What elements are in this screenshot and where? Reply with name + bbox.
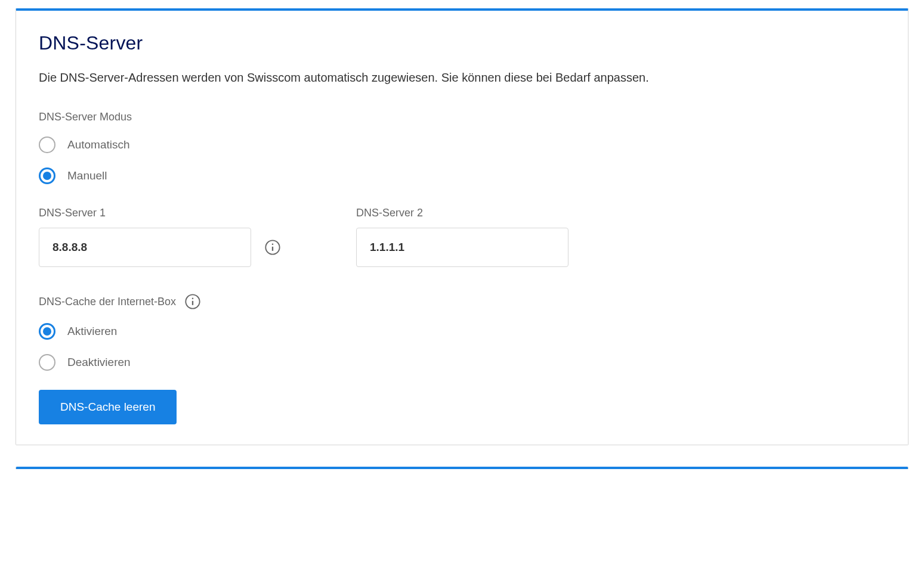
dns-mode-manual-option[interactable]: Manuell bbox=[39, 167, 885, 184]
dns-server-1-group: DNS-Server 1 bbox=[39, 207, 281, 267]
card-description: Die DNS-Server-Adressen werden von Swiss… bbox=[39, 71, 885, 85]
dns-cache-disable-label: Deaktivieren bbox=[67, 356, 131, 369]
dns-mode-label: DNS-Server Modus bbox=[39, 111, 885, 123]
info-icon[interactable] bbox=[264, 239, 281, 256]
dns-server-1-input[interactable] bbox=[39, 228, 251, 267]
dns-server-1-input-wrap bbox=[39, 228, 281, 267]
dns-cache-disable-option[interactable]: Deaktivieren bbox=[39, 354, 885, 371]
dns-mode-auto-option[interactable]: Automatisch bbox=[39, 136, 885, 153]
dns-server-2-label: DNS-Server 2 bbox=[356, 207, 568, 219]
dns-cache-label-text: DNS-Cache der Internet-Box bbox=[39, 296, 176, 308]
dns-server-2-group: DNS-Server 2 bbox=[356, 207, 568, 267]
next-card-top-edge bbox=[16, 467, 908, 469]
svg-point-5 bbox=[192, 297, 194, 299]
dns-cache-section: DNS-Cache der Internet-Box Aktivieren De… bbox=[39, 293, 885, 424]
dns-mode-auto-label: Automatisch bbox=[67, 138, 130, 151]
dns-server-2-input-wrap bbox=[356, 228, 568, 267]
dns-inputs-row: DNS-Server 1 DNS-Server 2 bbox=[39, 207, 885, 267]
dns-server-card: DNS-Server Die DNS-Server-Adressen werde… bbox=[16, 8, 908, 445]
dns-cache-enable-label: Aktivieren bbox=[67, 325, 117, 338]
radio-icon bbox=[39, 136, 55, 153]
dns-server-1-label: DNS-Server 1 bbox=[39, 207, 281, 219]
radio-icon bbox=[39, 167, 55, 184]
radio-icon bbox=[39, 354, 55, 371]
svg-point-2 bbox=[272, 243, 274, 245]
dns-cache-radio-group: Aktivieren Deaktivieren bbox=[39, 323, 885, 371]
info-icon[interactable] bbox=[184, 293, 201, 310]
card-title: DNS-Server bbox=[39, 32, 885, 54]
dns-mode-manual-label: Manuell bbox=[67, 169, 107, 182]
dns-cache-label: DNS-Cache der Internet-Box bbox=[39, 293, 885, 310]
clear-dns-cache-button[interactable]: DNS-Cache leeren bbox=[39, 390, 177, 424]
radio-icon bbox=[39, 323, 55, 340]
dns-server-2-input[interactable] bbox=[356, 228, 568, 267]
dns-cache-enable-option[interactable]: Aktivieren bbox=[39, 323, 885, 340]
dns-mode-radio-group: Automatisch Manuell bbox=[39, 136, 885, 184]
